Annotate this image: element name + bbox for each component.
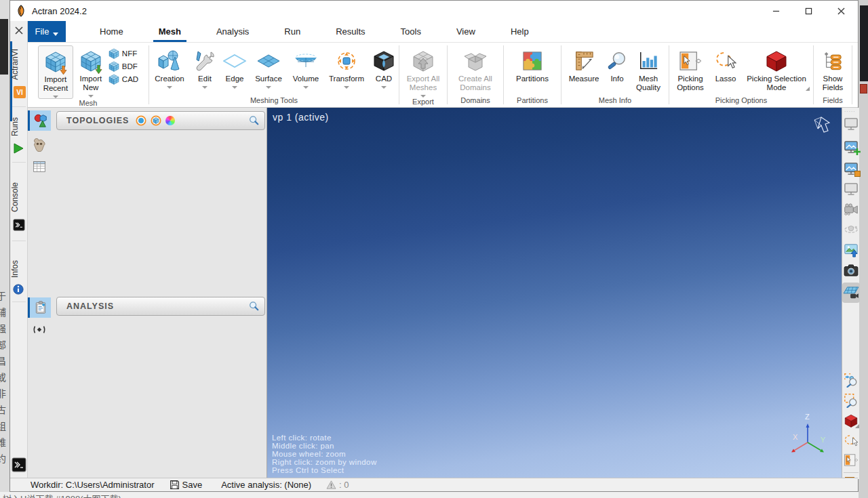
tab-actranvi[interactable]: ActranVI xyxy=(10,45,28,83)
toolbar-grip[interactable]: ····· xyxy=(844,109,856,114)
lasso-button[interactable]: Lasso xyxy=(709,45,742,83)
chevron-down-icon xyxy=(167,86,172,89)
save-button[interactable]: Save xyxy=(170,480,203,490)
partitions-button[interactable]: Partitions xyxy=(509,45,556,83)
creation-icon xyxy=(158,47,181,75)
analysis-tool-button[interactable] xyxy=(28,297,51,318)
materials-tool-button[interactable] xyxy=(28,135,51,155)
viewport-sketch-arrow-icon xyxy=(812,116,832,139)
axis-triad: Z X Y xyxy=(789,415,827,459)
record-movie-button[interactable] xyxy=(844,201,859,217)
viewport-3d[interactable]: vp 1 (active) Left click: rotate Middle … xyxy=(267,108,842,479)
tab-infos[interactable]: Infos xyxy=(10,257,28,281)
terminal-icon[interactable] xyxy=(13,219,25,231)
color-sphere-icon[interactable] xyxy=(165,116,175,125)
cad-import-button[interactable]: CAD xyxy=(108,74,138,85)
viewport-layout-button[interactable] xyxy=(844,161,859,177)
tab-run[interactable]: Run xyxy=(267,21,318,42)
active-analysis-label: Active analysis: (None) xyxy=(221,480,311,490)
tab-results[interactable]: Results xyxy=(318,21,382,42)
cad-button[interactable]: CAD xyxy=(369,45,399,89)
show-points-icon[interactable] xyxy=(136,115,146,126)
zoom-window-button[interactable] xyxy=(844,392,859,409)
topologies-tool-button[interactable] xyxy=(28,110,51,131)
tab-tools[interactable]: Tools xyxy=(383,21,439,42)
minimize-button[interactable] xyxy=(768,3,783,18)
warning-counter[interactable]: : 0 xyxy=(326,480,349,490)
mesh-view-camera-button[interactable] xyxy=(842,283,860,303)
transform-icon xyxy=(336,47,357,75)
analysis-panel-header[interactable]: ANALYSIS xyxy=(56,297,265,316)
edge-button[interactable]: Edge xyxy=(220,45,250,89)
search-icon[interactable] xyxy=(248,301,259,312)
picking-options-tool-button[interactable] xyxy=(844,452,859,468)
actranvi-icon[interactable]: VI xyxy=(14,86,26,98)
transform-button[interactable]: Transform xyxy=(324,45,369,89)
background-dark-strip xyxy=(0,19,8,75)
bdf-button[interactable]: BDF xyxy=(108,61,138,72)
surface-button[interactable]: Surface xyxy=(250,45,288,89)
export-all-meshes-button[interactable]: Export All Meshes xyxy=(401,45,446,98)
picking-options-button[interactable]: Picking Options xyxy=(671,45,709,92)
tab-console[interactable]: Console xyxy=(10,178,28,216)
ribbon-group-mesh-info: Measure Info Mesh Quality Mesh Info xyxy=(561,43,669,107)
load-image-button[interactable] xyxy=(844,242,859,258)
tab-mesh[interactable]: Mesh xyxy=(141,21,199,42)
panel-close-button[interactable] xyxy=(14,25,24,36)
tab-help[interactable]: Help xyxy=(493,21,547,42)
add-viewport-button[interactable] xyxy=(844,139,859,155)
chevron-down-icon xyxy=(232,86,237,89)
screenshot-button[interactable] xyxy=(844,262,859,278)
table-tool-button[interactable] xyxy=(28,157,51,177)
picking-selection-mode-button[interactable]: Picking Selection Mode xyxy=(742,45,811,92)
maximize-button[interactable] xyxy=(801,3,816,18)
lasso-tool-button[interactable] xyxy=(844,433,859,449)
visibility-tool-button[interactable] xyxy=(28,319,51,339)
ribbon-group-mesh: Import Recent Import New NFF xyxy=(28,43,149,107)
app-window: Actran 2024.2 File Home Mesh Analysis Ru… xyxy=(9,0,859,492)
measure-button[interactable]: Measure xyxy=(564,45,604,83)
show-mesh-icon[interactable] xyxy=(151,115,161,126)
import-recent-icon xyxy=(45,48,66,75)
picking-mode-button[interactable] xyxy=(844,413,859,429)
console-quick-icon[interactable] xyxy=(12,457,26,472)
cube-icon xyxy=(108,74,119,85)
close-button[interactable] xyxy=(833,3,848,18)
creation-button[interactable]: Creation xyxy=(149,45,190,89)
tab-home[interactable]: Home xyxy=(82,21,141,42)
edit-icon xyxy=(194,47,216,75)
import-recent-button[interactable]: Import Recent xyxy=(38,45,73,99)
play-icon[interactable] xyxy=(13,143,24,154)
file-menu-button[interactable]: File xyxy=(28,21,66,42)
import-new-button[interactable]: Import New xyxy=(73,45,108,98)
ribbon-group-export: Export All Meshes Export xyxy=(399,43,447,107)
picking-options-icon xyxy=(679,47,701,75)
camera-icon xyxy=(844,264,859,276)
info-circle-icon[interactable] xyxy=(13,284,24,295)
background-dark-strip-right xyxy=(860,5,868,81)
volume-button[interactable]: Volume xyxy=(288,45,324,89)
animate-rotation-button[interactable] xyxy=(844,222,859,238)
axis-x-label: X xyxy=(793,433,797,441)
zoom-window-icon xyxy=(844,393,859,408)
tab-view[interactable]: View xyxy=(439,21,493,42)
mesh-quality-button[interactable]: Mesh Quality xyxy=(631,45,666,92)
background-window-right xyxy=(859,0,868,498)
chevron-down-icon xyxy=(344,86,349,89)
search-icon[interactable] xyxy=(248,115,259,126)
close-viewport-button[interactable] xyxy=(844,181,859,197)
create-all-domains-button[interactable]: Create All Domains xyxy=(449,45,502,92)
tab-runs[interactable]: Runs xyxy=(10,115,28,139)
info-button[interactable]: Info xyxy=(604,45,631,83)
chevron-down-icon xyxy=(381,86,387,89)
topologies-panel-header[interactable]: TOPOLOGIES xyxy=(56,111,265,130)
edit-button[interactable]: Edit xyxy=(190,45,220,89)
show-fields-button[interactable]: Show Fields xyxy=(815,45,850,92)
puzzle-icon xyxy=(522,47,542,75)
viewports-button[interactable] xyxy=(844,116,859,132)
corner-expand-icon xyxy=(855,424,859,428)
nff-button[interactable]: NFF xyxy=(108,48,138,59)
fields-tree-icon xyxy=(823,47,843,75)
zoom-to-selection-button[interactable] xyxy=(844,372,859,388)
tab-analysis[interactable]: Analysis xyxy=(199,21,267,42)
